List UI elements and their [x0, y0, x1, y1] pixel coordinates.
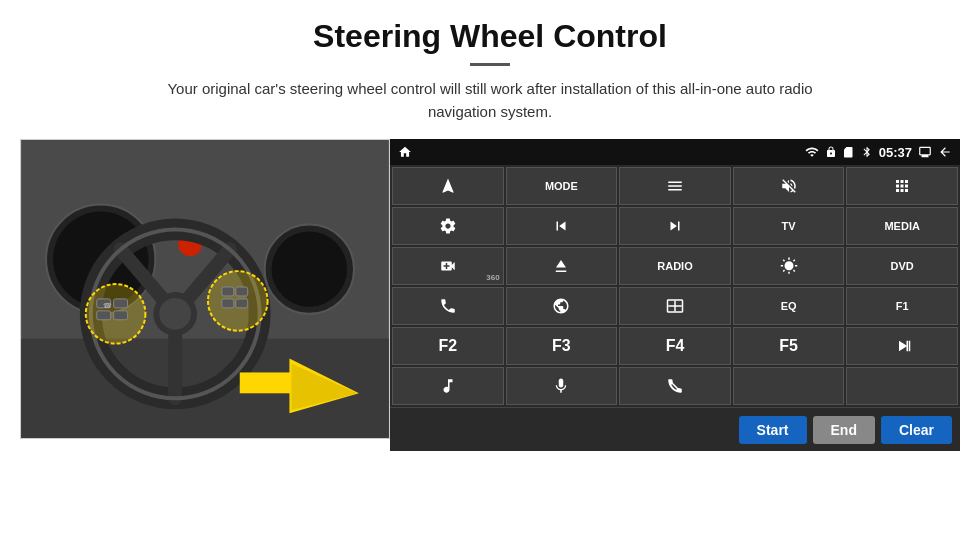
svg-rect-19	[114, 299, 128, 308]
mode-button[interactable]: MODE	[506, 167, 618, 205]
status-left	[398, 145, 412, 159]
content-row: 120	[20, 139, 960, 451]
svg-rect-23	[236, 287, 248, 296]
start-button[interactable]: Start	[739, 416, 807, 444]
f2-button[interactable]: F2	[392, 327, 504, 365]
status-bar: 05:37	[390, 139, 960, 165]
status-right: 05:37	[805, 145, 952, 160]
control-panel: 05:37 MODE	[390, 139, 960, 451]
back-icon	[938, 145, 952, 159]
prev-button[interactable]	[506, 207, 618, 245]
clear-button[interactable]: Clear	[881, 416, 952, 444]
eject-button[interactable]	[506, 247, 618, 285]
empty2	[846, 367, 958, 405]
title-divider	[470, 63, 510, 66]
svg-rect-32	[909, 341, 911, 352]
mute-button[interactable]	[733, 167, 845, 205]
settings-button[interactable]	[392, 207, 504, 245]
window-button[interactable]	[619, 287, 731, 325]
f3-button[interactable]: F3	[506, 327, 618, 365]
steering-wheel-image: 120	[20, 139, 390, 439]
wifi-icon	[805, 145, 819, 159]
apps-button[interactable]	[846, 167, 958, 205]
bluetooth-icon	[861, 146, 873, 158]
svg-rect-24	[222, 299, 234, 308]
f4-button[interactable]: F4	[619, 327, 731, 365]
brightness-button[interactable]	[733, 247, 845, 285]
f5-button[interactable]: F5	[733, 327, 845, 365]
screen-icon	[918, 145, 932, 159]
menu-button[interactable]	[619, 167, 731, 205]
svg-point-14	[159, 298, 191, 330]
svg-point-6	[272, 231, 347, 306]
callend-button[interactable]	[619, 367, 731, 405]
time-display: 05:37	[879, 145, 912, 160]
phone-button[interactable]	[392, 287, 504, 325]
sim-icon	[843, 146, 855, 158]
svg-text:☎: ☎	[103, 302, 112, 309]
eq-button[interactable]: EQ	[733, 287, 845, 325]
action-bar: Start End Clear	[390, 407, 960, 451]
tv-button[interactable]: TV	[733, 207, 845, 245]
dvd-button[interactable]: DVD	[846, 247, 958, 285]
svg-rect-31	[907, 341, 909, 352]
svg-rect-27	[240, 372, 295, 393]
button-grid: MODE TV	[390, 165, 960, 407]
music-button[interactable]	[392, 367, 504, 405]
playpause-button[interactable]	[846, 327, 958, 365]
lock-icon	[825, 146, 837, 158]
mic-button[interactable]	[506, 367, 618, 405]
cam360-button[interactable]: 360	[392, 247, 504, 285]
subtitle-text: Your original car's steering wheel contr…	[140, 78, 840, 123]
radio-button[interactable]: RADIO	[619, 247, 731, 285]
empty1	[733, 367, 845, 405]
nav-button[interactable]	[392, 167, 504, 205]
page-title: Steering Wheel Control	[313, 18, 667, 55]
home-icon	[398, 145, 412, 159]
end-button[interactable]: End	[813, 416, 875, 444]
svg-rect-25	[236, 299, 248, 308]
f1-button[interactable]: F1	[846, 287, 958, 325]
media-button[interactable]: MEDIA	[846, 207, 958, 245]
svg-rect-18	[97, 311, 111, 320]
page: Steering Wheel Control Your original car…	[0, 0, 980, 544]
svg-rect-22	[222, 287, 234, 296]
next-button[interactable]	[619, 207, 731, 245]
web-button[interactable]	[506, 287, 618, 325]
svg-rect-20	[114, 311, 128, 320]
